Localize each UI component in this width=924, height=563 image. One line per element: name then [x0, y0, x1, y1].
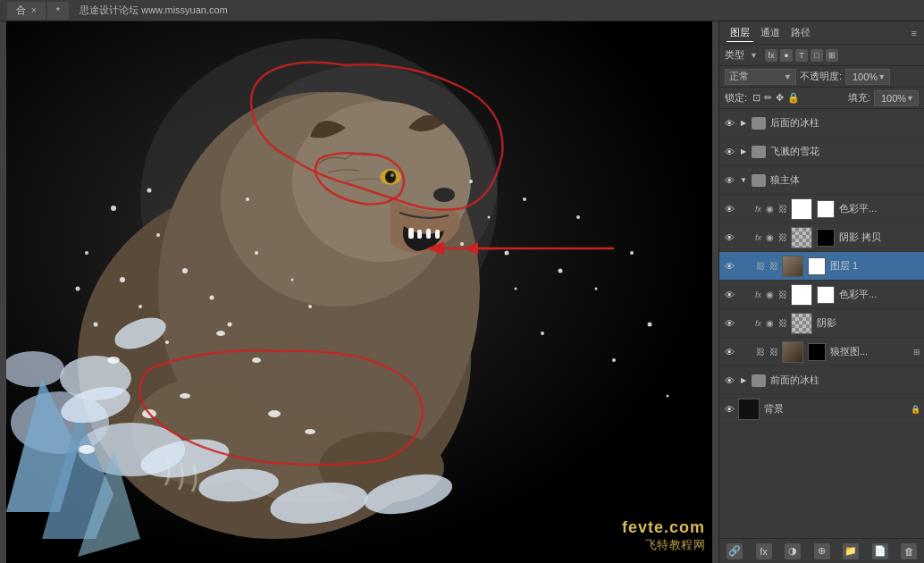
collapse-icon[interactable]: ▼	[738, 175, 749, 186]
svg-point-31	[156, 233, 160, 237]
layer-thumbnail	[738, 399, 760, 420]
lock-paint-icon[interactable]: ✏	[764, 92, 772, 104]
visibility-icon[interactable]: 👁	[723, 146, 735, 158]
main-area: fevte.com 飞特教程网 图层 通道 路径 ≡ 类型 ▼	[0, 21, 924, 563]
lock-position-icon[interactable]: ✥	[776, 92, 784, 104]
svg-point-25	[228, 323, 232, 327]
add-style-button[interactable]: fx	[756, 543, 772, 559]
new-layer-button[interactable]: 📄	[872, 543, 888, 559]
opacity-input[interactable]: 100% ▼	[845, 69, 890, 85]
panel-menu-button[interactable]: ≡	[911, 28, 917, 38]
fx-icon: fx	[755, 290, 761, 299]
layer-item-caifupingheng1[interactable]: 👁 fx ◉ ⛓ 色彩平...	[719, 195, 924, 223]
collapse-icon[interactable]: ▶	[738, 118, 749, 129]
layer-thumbnail	[791, 198, 812, 220]
lock-label: 锁定:	[725, 91, 747, 105]
collapse-icon[interactable]: ▶	[738, 147, 749, 157]
svg-point-32	[210, 296, 214, 300]
layer-item-yingcai[interactable]: 👁 fx ◉ ⛓ 阴影	[719, 309, 924, 338]
svg-point-54	[107, 357, 120, 364]
layer-item-langtu[interactable]: 👁 ⛓ ⛓ 狼抠图... ⊞	[719, 338, 924, 366]
tab-label: 合	[16, 4, 26, 17]
svg-point-24	[139, 305, 142, 308]
canvas-inner: fevte.com 飞特教程网	[0, 21, 718, 563]
filter-icon-circle[interactable]: ●	[780, 49, 793, 62]
effects-icon: ⛓	[769, 347, 779, 357]
svg-point-28	[255, 251, 258, 255]
filter-icon-smart[interactable]: ⊞	[826, 49, 838, 62]
tab-channels[interactable]: 通道	[757, 24, 784, 41]
layer-link-button[interactable]: 🔗	[727, 543, 743, 559]
fx-icon: fx	[755, 319, 761, 328]
layer-mask-thumbnail	[808, 257, 826, 275]
layers-list[interactable]: 👁 ▶ 后面的冰柱 👁 ▶ 飞溅的雪花	[719, 109, 924, 538]
filter-icon-T[interactable]: T	[795, 49, 808, 62]
svg-point-35	[246, 197, 249, 201]
svg-point-56	[180, 393, 190, 399]
svg-point-36	[111, 206, 116, 211]
layer-item-caifupingheng2[interactable]: 👁 fx ◉ ⛓ 色彩平...	[719, 281, 924, 309]
panel-tabs: 图层 通道 路径	[727, 24, 814, 42]
layer-item-background[interactable]: 👁 背景 🔒	[719, 395, 924, 424]
tab-file2[interactable]: *	[47, 2, 69, 20]
delete-layer-button[interactable]: 🗑	[901, 543, 917, 559]
visibility-icon[interactable]: 👁	[723, 117, 735, 130]
svg-point-45	[541, 332, 544, 335]
layer-mask-thumbnail	[817, 286, 835, 304]
svg-point-51	[612, 358, 616, 362]
svg-point-27	[120, 277, 125, 282]
visibility-icon[interactable]: 👁	[723, 260, 735, 273]
panel-header: 图层 通道 路径 ≡	[719, 21, 924, 45]
svg-point-58	[252, 357, 261, 363]
new-adjustment-button[interactable]: ⊕	[814, 543, 830, 559]
lock-transparent-icon[interactable]: ⊡	[752, 92, 760, 104]
svg-point-39	[469, 180, 473, 183]
layer-name: 阴影 拷贝	[839, 231, 920, 244]
layer-name: 狼抠图...	[830, 345, 909, 358]
layer-item-langzhuti[interactable]: 👁 ▼ 狼主体	[719, 166, 924, 195]
layer-extra-icon: ⊞	[913, 348, 920, 357]
visibility-icon[interactable]: 👁	[723, 231, 735, 244]
svg-point-57	[79, 445, 95, 454]
svg-point-13	[385, 171, 396, 183]
layer-thumbnail	[782, 341, 803, 363]
svg-point-43	[523, 197, 526, 201]
effects-icon: ◉	[764, 232, 775, 243]
new-group-button[interactable]: 📁	[843, 543, 859, 559]
tab-file[interactable]: 合 ×	[7, 2, 46, 20]
lock-all-icon[interactable]: 🔒	[787, 92, 800, 104]
chain-icon: ⛓	[777, 204, 788, 214]
fill-arrow: ▼	[906, 94, 914, 103]
visibility-icon[interactable]: 👁	[723, 374, 735, 387]
visibility-icon[interactable]: 👁	[723, 346, 735, 358]
layer-item-qm-bingzhu[interactable]: 👁 ▶ 前面的冰柱	[719, 366, 924, 395]
folder-icon	[752, 146, 766, 158]
filter-label: 类型	[725, 48, 744, 62]
visibility-icon[interactable]: 👁	[723, 289, 735, 301]
visibility-icon[interactable]: 👁	[723, 203, 735, 215]
layer-item-tuceng1[interactable]: 👁 ⛓ ⛓ 图层 1	[719, 252, 924, 281]
filter-icon-fx[interactable]: fx	[765, 49, 777, 62]
fill-input[interactable]: 100% ▼	[874, 90, 919, 106]
svg-point-59	[268, 410, 281, 417]
layer-item-feixue[interactable]: 👁 ▶ 飞溅的雪花	[719, 138, 924, 166]
layer-item-hm-bingzhu[interactable]: 👁 ▶ 后面的冰柱	[719, 109, 924, 138]
layer-item-yingcai-tuobei[interactable]: 👁 fx ◉ ⛓ 阴影 拷贝	[719, 223, 924, 252]
tab-close-button[interactable]: ×	[31, 5, 37, 15]
add-mask-button[interactable]: ◑	[785, 543, 801, 559]
visibility-icon[interactable]: 👁	[723, 174, 735, 187]
effects-icon: ◉	[764, 204, 775, 214]
visibility-icon[interactable]: 👁	[723, 403, 735, 416]
svg-point-44	[515, 288, 517, 290]
svg-point-34	[147, 189, 152, 193]
fx-icon: fx	[755, 233, 761, 242]
svg-point-42	[505, 251, 509, 256]
tab-layers[interactable]: 图层	[727, 24, 753, 42]
collapse-icon[interactable]: ▶	[738, 375, 749, 386]
visibility-icon[interactable]: 👁	[723, 317, 735, 330]
tab-paths[interactable]: 路径	[787, 24, 814, 41]
opacity-row: 不透明度: 100% ▼	[800, 69, 919, 85]
top-bar-title: 思途设计论坛 www.missyuan.com	[80, 4, 228, 17]
blend-mode-dropdown[interactable]: 正常 ▼	[725, 69, 796, 85]
filter-icon-shape[interactable]: □	[811, 49, 823, 62]
